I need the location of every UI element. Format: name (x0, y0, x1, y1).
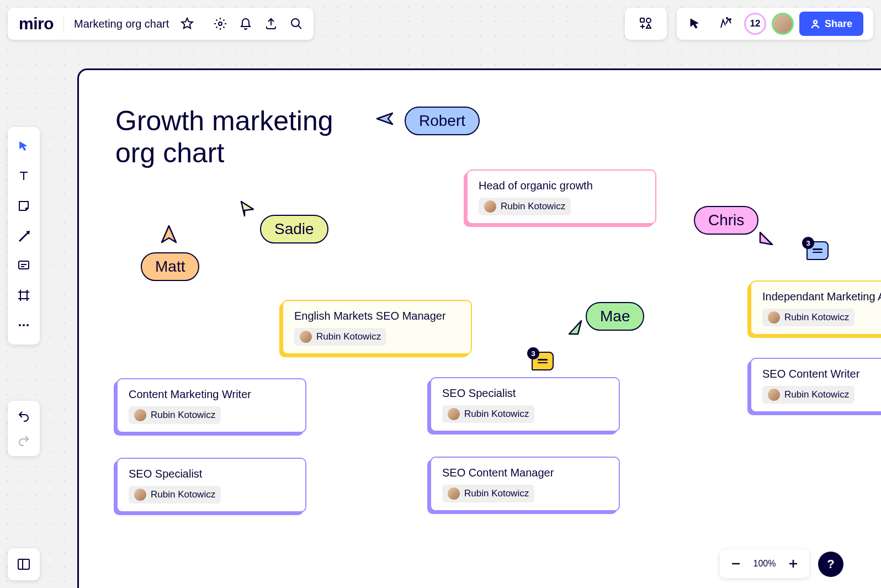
participant-count[interactable]: 12 (744, 13, 766, 35)
avatar-icon (768, 311, 780, 324)
avatar-icon (484, 200, 496, 213)
user-avatar[interactable] (772, 13, 794, 35)
avatar-icon (448, 488, 460, 500)
zoom-out-button[interactable] (726, 551, 745, 576)
hide-panels-button[interactable] (8, 548, 40, 580)
collaborator-label: Mae (600, 308, 630, 325)
node-role: Content Marketing Writer (129, 388, 294, 401)
tool-connection-line[interactable] (11, 221, 36, 251)
comment-bubble-yellow[interactable]: 3 (532, 352, 554, 370)
avatar-icon (134, 489, 146, 501)
collaborator-label: Matt (155, 258, 185, 275)
person-tag: Rubin Kotowicz (129, 486, 221, 504)
node-role: SEO Content Manager (442, 467, 608, 479)
tool-frame[interactable] (11, 280, 36, 310)
svg-point-16 (26, 324, 29, 326)
svg-point-14 (19, 324, 21, 326)
share-button[interactable]: Share (799, 12, 863, 36)
svg-point-12 (814, 20, 817, 24)
header-left: miro Marketing org chart (8, 8, 314, 40)
node-english-seo-manager[interactable]: English Markets SEO Manager Rubin Kotowi… (282, 300, 472, 354)
node-role: Independant Marketing Analyst (762, 290, 881, 303)
person-tag: Rubin Kotowicz (442, 405, 534, 423)
svg-point-6 (219, 22, 222, 25)
comment-count-badge: 3 (527, 347, 539, 359)
board-frame[interactable]: Growth marketing org chart Robert Sadie … (77, 68, 881, 588)
person-name: Rubin Kotowicz (784, 389, 849, 400)
help-button[interactable]: ? (818, 552, 843, 577)
zoom-in-button[interactable] (784, 551, 803, 576)
frame-title[interactable]: Growth marketing org chart (115, 105, 347, 169)
node-seo-specialist-top[interactable]: SEO Specialist Rubin Kotowicz (430, 377, 620, 432)
cursor-chris-icon (758, 230, 774, 248)
node-role: Head of organic growth (479, 179, 644, 192)
node-role: English Markets SEO Manager (294, 310, 460, 322)
svg-point-7 (291, 19, 299, 27)
node-head-organic-growth[interactable]: Head of organic growth Rubin Kotowicz (466, 169, 656, 224)
settings-icon[interactable] (208, 11, 233, 36)
reactions-icon[interactable] (713, 11, 739, 36)
person-tag: Rubin Kotowicz (294, 328, 386, 346)
cursor-matt-icon (161, 225, 177, 245)
person-tag: Rubin Kotowicz (762, 386, 855, 404)
svg-rect-17 (18, 559, 29, 569)
avatar-icon (768, 389, 780, 401)
collaborator-mae: Mae (586, 302, 644, 331)
svg-point-9 (646, 18, 651, 23)
tool-comment[interactable] (11, 251, 36, 280)
undo-button[interactable] (11, 404, 36, 428)
cursor-presence-icon[interactable] (682, 11, 708, 36)
person-name: Rubin Kotowicz (151, 410, 215, 421)
avatar-icon (300, 331, 312, 343)
cursor-mae-icon (567, 319, 583, 336)
person-tag: Rubin Kotowicz (442, 485, 534, 502)
node-seo-content-manager[interactable]: SEO Content Manager Rubin Kotowicz (430, 457, 620, 511)
node-role: SEO Content Writer (762, 368, 881, 380)
star-icon[interactable] (174, 11, 200, 36)
person-name: Rubin Kotowicz (316, 331, 381, 342)
svg-point-10 (730, 19, 731, 20)
avatar-icon (134, 409, 146, 421)
collaborator-label: Chris (708, 211, 744, 229)
tool-sticky-note[interactable] (11, 191, 36, 221)
collaborator-chris: Chris (694, 206, 758, 235)
search-icon[interactable] (284, 11, 309, 36)
comment-bubble-blue[interactable]: 3 (806, 241, 829, 260)
person-name: Rubin Kotowicz (501, 201, 565, 212)
board-title[interactable]: Marketing org chart (64, 18, 174, 30)
comment-count-badge: 3 (802, 237, 814, 249)
notifications-icon[interactable] (233, 11, 258, 36)
person-name: Rubin Kotowicz (464, 409, 529, 420)
person-tag: Rubin Kotowicz (762, 309, 855, 326)
avatar-icon (448, 408, 460, 420)
person-name: Rubin Kotowicz (151, 489, 215, 500)
node-content-marketing-writer[interactable]: Content Marketing Writer Rubin Kotowicz (116, 378, 306, 433)
node-independent-marketing[interactable]: Independant Marketing Analyst Rubin Koto… (750, 280, 881, 335)
node-seo-content-writer[interactable]: SEO Content Writer Rubin Kotowicz (750, 358, 881, 412)
tool-text[interactable] (11, 161, 36, 191)
svg-point-11 (726, 18, 728, 19)
undo-redo-panel (8, 401, 40, 456)
collaborator-sadie: Sadie (260, 215, 328, 243)
person-tag: Rubin Kotowicz (129, 406, 221, 424)
logo[interactable]: miro (8, 14, 63, 33)
help-label: ? (827, 557, 834, 571)
svg-point-15 (23, 324, 25, 326)
person-name: Rubin Kotowicz (784, 312, 849, 323)
cursor-robert-icon (376, 111, 395, 126)
zoom-controls: 100% (720, 549, 809, 578)
node-role: SEO Specialist (442, 387, 608, 400)
tool-select[interactable] (11, 131, 36, 161)
node-role: SEO Specialist (129, 468, 294, 480)
redo-button[interactable] (11, 428, 36, 453)
apps-button[interactable] (625, 8, 667, 40)
person-tag: Rubin Kotowicz (479, 198, 571, 215)
collaborator-label: Robert (419, 112, 465, 129)
export-icon[interactable] (258, 11, 284, 36)
left-toolbar (8, 127, 40, 345)
tool-more[interactable] (11, 310, 36, 340)
share-label: Share (825, 18, 852, 30)
node-seo-specialist-bottom[interactable]: SEO Specialist Rubin Kotowicz (116, 458, 306, 512)
person-name: Rubin Kotowicz (464, 488, 529, 499)
zoom-level[interactable]: 100% (751, 559, 778, 569)
